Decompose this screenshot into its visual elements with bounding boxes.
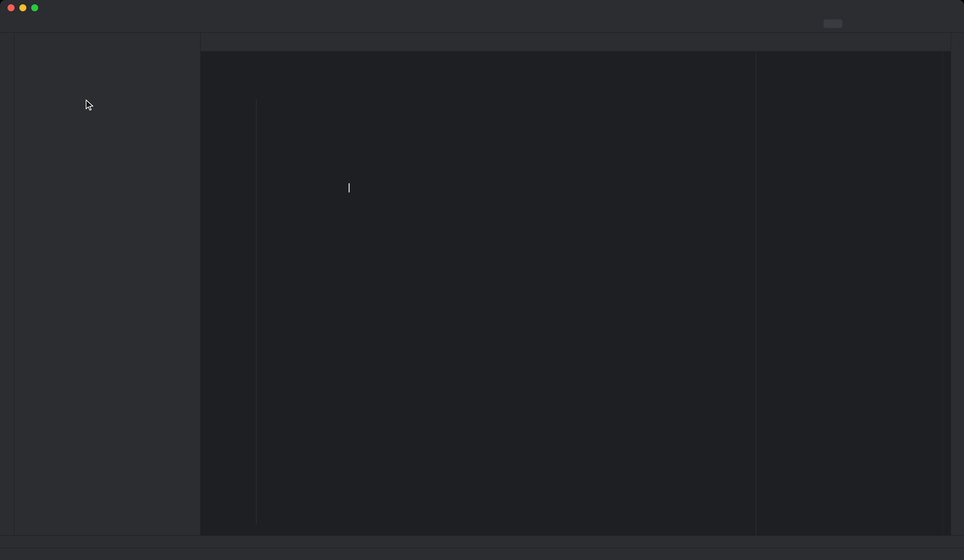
main-area [0,33,964,535]
chevron-down-icon[interactable] [24,38,31,46]
hide-panel-icon[interactable] [185,37,194,46]
security-status-icon[interactable] [949,550,957,558]
indent-guide [256,99,257,524]
warning-icon [893,54,900,62]
event-log-icon[interactable] [7,550,15,558]
title-bar [0,0,964,15]
search-everywhere-icon[interactable] [915,19,923,28]
navigation-bar [0,15,964,33]
window-layout-icon[interactable] [5,538,13,545]
collapse-all-icon[interactable] [154,37,163,46]
tab-bar [201,33,951,52]
error-stripe[interactable] [943,52,951,535]
right-tool-stripe [951,33,964,535]
left-tool-stripe [0,33,15,535]
close-window-button[interactable] [8,4,15,11]
inspections-widget[interactable] [893,54,937,62]
run-configuration-selector[interactable] [824,19,842,28]
more-actions-icon[interactable] [898,19,907,28]
zoom-window-button[interactable] [31,4,38,11]
tab-options-icon[interactable] [938,37,951,46]
build-hammer-icon[interactable] [808,19,816,28]
editor-wrap [201,52,951,535]
code-editor[interactable] [201,52,943,535]
text-caret [348,183,350,192]
code-with-me-icon[interactable] [791,19,800,28]
structure-icon[interactable] [3,519,11,527]
minimize-window-button[interactable] [20,4,26,11]
editor-column [201,33,951,535]
stop-button[interactable] [882,19,891,28]
debug-button[interactable] [866,19,875,28]
mouse-cursor [86,99,95,114]
run-button[interactable] [850,19,858,28]
settings-gear-icon[interactable] [169,37,178,46]
status-bar [0,548,964,560]
tool-window-bar [0,535,964,548]
ide-update-icon[interactable] [931,19,940,29]
check-icon [906,54,914,62]
project-tree [15,51,200,535]
ide-window [0,0,964,560]
next-problem-icon[interactable] [930,54,937,62]
project-panel-header [15,33,200,51]
project-panel [15,33,201,535]
project-tool-icon[interactable] [3,42,11,51]
notifications-bell-icon[interactable] [953,37,962,45]
prev-problem-icon[interactable] [919,54,927,62]
window-controls [0,4,38,11]
bookmarks-icon[interactable] [3,500,11,509]
chevron-down-icon [832,21,838,26]
avatar[interactable] [948,19,957,29]
hard-wrap-guide [756,52,756,535]
toolbar-actions [791,19,957,29]
locate-file-icon[interactable] [138,37,147,46]
